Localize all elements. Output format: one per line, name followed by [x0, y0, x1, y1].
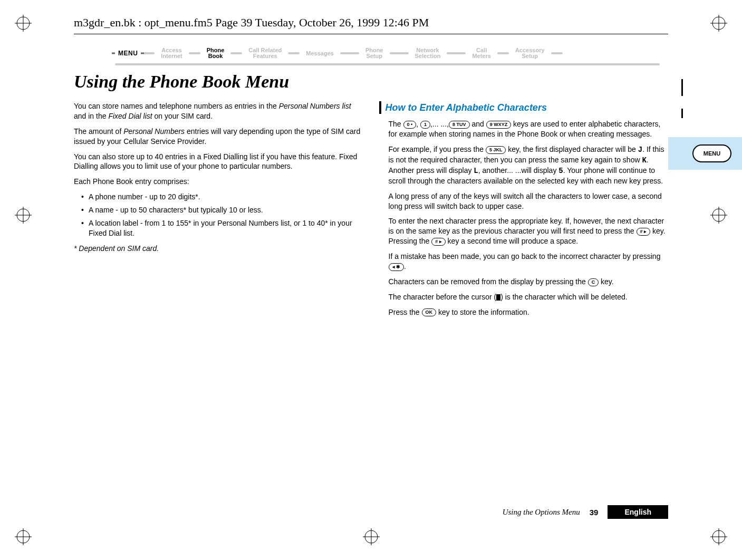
menu-item-call-related: Call Related Features [244, 47, 286, 59]
alpha-paragraph-2: For example, if you press the 5 JKL key,… [389, 144, 669, 186]
menu-connector-icon [390, 52, 409, 54]
right-column-body: The 0 •, 1,... ...,8 TUV and 9 WXYZ keys… [379, 119, 669, 317]
text: on your SIM card. [152, 112, 213, 120]
menu-path-strip: MENU Access Internet Phone Book Call Rel… [74, 42, 668, 62]
menu-connector-icon [288, 52, 300, 54]
keycap-0-icon: 0 • [403, 121, 417, 129]
crop-mark-icon [363, 528, 380, 545]
crop-mark-icon [710, 15, 727, 32]
menu-connector-icon [230, 52, 242, 54]
text: The amount of [74, 127, 123, 136]
text: key to store the information. [436, 308, 529, 316]
alpha-paragraph-5: If a mistake has been made, you can go b… [389, 252, 669, 272]
text: and in the [74, 112, 108, 120]
menu-item-line2: Selection [415, 53, 441, 59]
text: , [416, 120, 420, 128]
text: The [389, 120, 403, 128]
crop-mark-icon [710, 207, 727, 224]
menu-item-line2: Book [208, 53, 223, 59]
menu-connector-icon [551, 52, 563, 54]
keycap-5-icon: 5 JKL [486, 146, 506, 154]
text: The character before the cursor ( [389, 293, 497, 301]
text: ) is the character which will be deleted… [500, 293, 627, 301]
keycap-hash-icon: # ▸ [431, 238, 446, 246]
menu-item-access-internet: Access Internet [157, 47, 186, 59]
alpha-paragraph-4: To enter the next character press the ap… [389, 216, 669, 246]
menu-item-line2: Setup [522, 53, 538, 59]
text: key, the first displayed character will … [506, 145, 638, 153]
keycap-ok-icon: OK [422, 308, 437, 316]
section-heading-alpha-entry: How to Enter Alphabetic Characters [379, 101, 669, 114]
text: Characters can be removed from the displ… [389, 277, 588, 286]
text: Press the [389, 308, 422, 316]
change-bar-icon [681, 79, 683, 96]
italic-term: Fixed Dial list [108, 112, 152, 120]
menu-item-call-meters: Call Meters [468, 47, 495, 59]
menu-root-label: MENU [115, 49, 141, 58]
right-column: How to Enter Alphabetic Characters The 0… [379, 101, 669, 323]
intro-paragraph-4: Each Phone Book entry comprises: [74, 177, 363, 187]
menu-connector-icon [189, 52, 200, 54]
keycap-1-icon: 1 [420, 121, 430, 129]
text: To enter the next character press the ap… [389, 217, 664, 235]
menu-item-network-selection: Network Selection [411, 47, 445, 59]
menu-item-line2: Features [253, 53, 277, 59]
keycap-c-icon: C [588, 278, 599, 286]
page-content: MENU Access Internet Phone Book Call Rel… [74, 42, 668, 323]
menu-item-line2: Setup [366, 53, 382, 59]
intro-paragraph-2: The amount of Personal Numbers entries w… [74, 127, 363, 147]
menu-item-phone-book: Phone Book [203, 47, 229, 59]
crop-mark-icon [15, 528, 32, 545]
menu-item-line2: Internet [161, 53, 182, 59]
keycap-star-icon: ◂ ✱ [389, 263, 404, 271]
intro-paragraph-1: You can store names and telephone number… [74, 101, 363, 121]
side-tab-menu: MENU [692, 144, 731, 162]
menu-item-messages: Messages [302, 51, 338, 56]
menu-item-phone-setup: Phone Setup [361, 47, 388, 59]
text: , another... ...will display [478, 166, 559, 175]
footer-page-number: 39 [590, 508, 599, 517]
crop-mark-icon [15, 207, 32, 224]
menu-item-line2: Meters [472, 53, 490, 59]
keycap-hash-icon: # ▸ [637, 228, 651, 236]
footnote: * Dependent on SIM card. [74, 244, 363, 254]
entry-bullet-list: A phone number - up to 20 digits*. A nam… [74, 192, 363, 238]
change-bar-icon [681, 109, 683, 118]
body-columns: You can store names and telephone number… [74, 101, 668, 323]
menu-connector-icon [143, 52, 155, 54]
alpha-paragraph-3: A long press of any of the keys will swi… [389, 191, 669, 211]
italic-term: Personal Numbers [123, 127, 185, 136]
lcd-char-l: L [474, 167, 478, 175]
page-footer: Using the Options Menu 39 English [74, 505, 668, 519]
page-title: Using the Phone Book Menu [74, 72, 668, 92]
keycap-8-icon: 8 TUV [449, 121, 470, 129]
text: key. [599, 277, 614, 286]
lcd-char-j: J [638, 146, 642, 154]
alpha-paragraph-8: Press the OK key to store the informatio… [389, 307, 669, 317]
italic-term: Personal Numbers list [279, 102, 351, 110]
menu-connector-icon [497, 52, 509, 54]
running-header: m3gdr_en.bk : opt_menu.fm5 Page 39 Tuesd… [74, 16, 668, 34]
text: You can store names and telephone number… [74, 102, 279, 110]
alpha-paragraph-7: The character before the cursor () is th… [389, 292, 669, 302]
footer-section-title: Using the Options Menu [503, 508, 580, 517]
text: For example, if you press the [389, 145, 486, 153]
text: ,... ..., [430, 120, 449, 128]
lcd-char-5: 5 [558, 167, 563, 175]
cursor-block-icon [496, 294, 500, 301]
crop-mark-icon [710, 528, 727, 545]
text: If a mistake has been made, you can go b… [389, 252, 661, 260]
list-item: A location label - from 1 to 155* in you… [81, 218, 363, 238]
alpha-paragraph-1: The 0 •, 1,... ...,8 TUV and 9 WXYZ keys… [389, 119, 669, 139]
list-item: A name - up to 50 characters* but typica… [81, 205, 363, 215]
text: and [470, 120, 486, 128]
alpha-paragraph-6: Characters can be removed from the displ… [389, 277, 669, 287]
intro-paragraph-3: You can also store up to 40 entries in a… [74, 152, 363, 172]
text: key a second time will produce a space. [446, 237, 578, 245]
crop-mark-icon [15, 15, 32, 32]
text: . [404, 262, 406, 271]
menu-item-line1: Messages [306, 51, 334, 56]
list-item: A phone number - up to 20 digits*. [81, 192, 363, 202]
menu-connector-icon [447, 52, 466, 54]
menu-item-accessory-setup: Accessory Setup [511, 47, 549, 59]
